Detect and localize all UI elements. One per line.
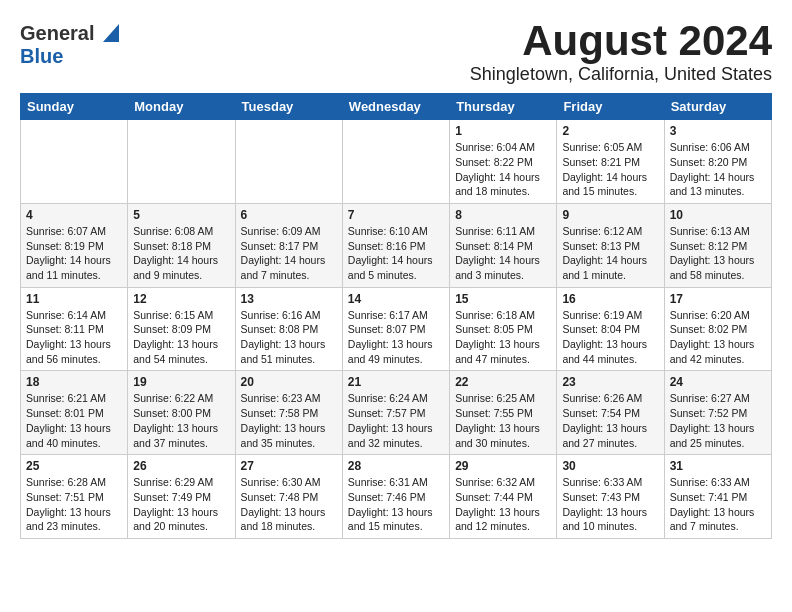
cell-day-number: 21 — [348, 375, 444, 389]
cell-day-number: 4 — [26, 208, 122, 222]
cell-sun-info: Sunrise: 6:09 AM Sunset: 8:17 PM Dayligh… — [241, 224, 337, 283]
header: General Blue August 2024 Shingletown, Ca… — [20, 18, 772, 85]
calendar-cell: 29Sunrise: 6:32 AM Sunset: 7:44 PM Dayli… — [450, 455, 557, 539]
calendar-cell: 24Sunrise: 6:27 AM Sunset: 7:52 PM Dayli… — [664, 371, 771, 455]
cell-day-number: 24 — [670, 375, 766, 389]
cell-day-number: 16 — [562, 292, 658, 306]
calendar-cell: 6Sunrise: 6:09 AM Sunset: 8:17 PM Daylig… — [235, 203, 342, 287]
calendar-cell: 13Sunrise: 6:16 AM Sunset: 8:08 PM Dayli… — [235, 287, 342, 371]
calendar-week-4: 18Sunrise: 6:21 AM Sunset: 8:01 PM Dayli… — [21, 371, 772, 455]
calendar-cell: 28Sunrise: 6:31 AM Sunset: 7:46 PM Dayli… — [342, 455, 449, 539]
logo-general: General — [20, 22, 94, 45]
cell-sun-info: Sunrise: 6:23 AM Sunset: 7:58 PM Dayligh… — [241, 391, 337, 450]
cell-day-number: 18 — [26, 375, 122, 389]
cell-sun-info: Sunrise: 6:18 AM Sunset: 8:05 PM Dayligh… — [455, 308, 551, 367]
calendar-week-1: 1Sunrise: 6:04 AM Sunset: 8:22 PM Daylig… — [21, 120, 772, 204]
cell-sun-info: Sunrise: 6:28 AM Sunset: 7:51 PM Dayligh… — [26, 475, 122, 534]
calendar-cell: 11Sunrise: 6:14 AM Sunset: 8:11 PM Dayli… — [21, 287, 128, 371]
cell-day-number: 6 — [241, 208, 337, 222]
calendar-week-3: 11Sunrise: 6:14 AM Sunset: 8:11 PM Dayli… — [21, 287, 772, 371]
cell-day-number: 12 — [133, 292, 229, 306]
cell-sun-info: Sunrise: 6:14 AM Sunset: 8:11 PM Dayligh… — [26, 308, 122, 367]
cell-sun-info: Sunrise: 6:33 AM Sunset: 7:41 PM Dayligh… — [670, 475, 766, 534]
cell-sun-info: Sunrise: 6:29 AM Sunset: 7:49 PM Dayligh… — [133, 475, 229, 534]
cell-day-number: 7 — [348, 208, 444, 222]
calendar-cell: 15Sunrise: 6:18 AM Sunset: 8:05 PM Dayli… — [450, 287, 557, 371]
cell-day-number: 9 — [562, 208, 658, 222]
weekday-header-sunday: Sunday — [21, 94, 128, 120]
weekday-header-thursday: Thursday — [450, 94, 557, 120]
cell-sun-info: Sunrise: 6:07 AM Sunset: 8:19 PM Dayligh… — [26, 224, 122, 283]
cell-day-number: 2 — [562, 124, 658, 138]
logo-icon — [97, 22, 119, 44]
calendar-cell: 9Sunrise: 6:12 AM Sunset: 8:13 PM Daylig… — [557, 203, 664, 287]
calendar-cell: 23Sunrise: 6:26 AM Sunset: 7:54 PM Dayli… — [557, 371, 664, 455]
calendar-subtitle: Shingletown, California, United States — [470, 64, 772, 85]
cell-day-number: 26 — [133, 459, 229, 473]
cell-sun-info: Sunrise: 6:11 AM Sunset: 8:14 PM Dayligh… — [455, 224, 551, 283]
cell-day-number: 8 — [455, 208, 551, 222]
cell-sun-info: Sunrise: 6:24 AM Sunset: 7:57 PM Dayligh… — [348, 391, 444, 450]
cell-sun-info: Sunrise: 6:21 AM Sunset: 8:01 PM Dayligh… — [26, 391, 122, 450]
cell-day-number: 25 — [26, 459, 122, 473]
calendar-cell: 27Sunrise: 6:30 AM Sunset: 7:48 PM Dayli… — [235, 455, 342, 539]
cell-sun-info: Sunrise: 6:25 AM Sunset: 7:55 PM Dayligh… — [455, 391, 551, 450]
calendar-cell: 14Sunrise: 6:17 AM Sunset: 8:07 PM Dayli… — [342, 287, 449, 371]
cell-sun-info: Sunrise: 6:06 AM Sunset: 8:20 PM Dayligh… — [670, 140, 766, 199]
calendar-cell: 5Sunrise: 6:08 AM Sunset: 8:18 PM Daylig… — [128, 203, 235, 287]
cell-sun-info: Sunrise: 6:19 AM Sunset: 8:04 PM Dayligh… — [562, 308, 658, 367]
calendar-cell: 22Sunrise: 6:25 AM Sunset: 7:55 PM Dayli… — [450, 371, 557, 455]
calendar-cell — [128, 120, 235, 204]
weekday-header-saturday: Saturday — [664, 94, 771, 120]
logo-blue: Blue — [20, 45, 63, 68]
cell-day-number: 14 — [348, 292, 444, 306]
cell-sun-info: Sunrise: 6:08 AM Sunset: 8:18 PM Dayligh… — [133, 224, 229, 283]
cell-sun-info: Sunrise: 6:26 AM Sunset: 7:54 PM Dayligh… — [562, 391, 658, 450]
cell-day-number: 22 — [455, 375, 551, 389]
calendar-cell: 30Sunrise: 6:33 AM Sunset: 7:43 PM Dayli… — [557, 455, 664, 539]
cell-sun-info: Sunrise: 6:27 AM Sunset: 7:52 PM Dayligh… — [670, 391, 766, 450]
cell-day-number: 17 — [670, 292, 766, 306]
cell-sun-info: Sunrise: 6:15 AM Sunset: 8:09 PM Dayligh… — [133, 308, 229, 367]
logo: General Blue — [20, 22, 119, 68]
cell-day-number: 20 — [241, 375, 337, 389]
cell-day-number: 1 — [455, 124, 551, 138]
cell-day-number: 23 — [562, 375, 658, 389]
weekday-header-tuesday: Tuesday — [235, 94, 342, 120]
cell-sun-info: Sunrise: 6:04 AM Sunset: 8:22 PM Dayligh… — [455, 140, 551, 199]
calendar-cell: 1Sunrise: 6:04 AM Sunset: 8:22 PM Daylig… — [450, 120, 557, 204]
weekday-header-friday: Friday — [557, 94, 664, 120]
cell-sun-info: Sunrise: 6:30 AM Sunset: 7:48 PM Dayligh… — [241, 475, 337, 534]
title-block: August 2024 Shingletown, California, Uni… — [470, 18, 772, 85]
calendar-cell: 12Sunrise: 6:15 AM Sunset: 8:09 PM Dayli… — [128, 287, 235, 371]
cell-sun-info: Sunrise: 6:13 AM Sunset: 8:12 PM Dayligh… — [670, 224, 766, 283]
page: General Blue August 2024 Shingletown, Ca… — [0, 0, 792, 557]
cell-day-number: 13 — [241, 292, 337, 306]
cell-sun-info: Sunrise: 6:05 AM Sunset: 8:21 PM Dayligh… — [562, 140, 658, 199]
calendar-cell — [342, 120, 449, 204]
cell-day-number: 10 — [670, 208, 766, 222]
calendar-cell: 21Sunrise: 6:24 AM Sunset: 7:57 PM Dayli… — [342, 371, 449, 455]
cell-day-number: 31 — [670, 459, 766, 473]
calendar-week-2: 4Sunrise: 6:07 AM Sunset: 8:19 PM Daylig… — [21, 203, 772, 287]
weekday-header-monday: Monday — [128, 94, 235, 120]
cell-sun-info: Sunrise: 6:10 AM Sunset: 8:16 PM Dayligh… — [348, 224, 444, 283]
cell-day-number: 15 — [455, 292, 551, 306]
calendar-cell: 20Sunrise: 6:23 AM Sunset: 7:58 PM Dayli… — [235, 371, 342, 455]
cell-sun-info: Sunrise: 6:12 AM Sunset: 8:13 PM Dayligh… — [562, 224, 658, 283]
calendar-cell: 7Sunrise: 6:10 AM Sunset: 8:16 PM Daylig… — [342, 203, 449, 287]
cell-sun-info: Sunrise: 6:17 AM Sunset: 8:07 PM Dayligh… — [348, 308, 444, 367]
calendar-cell: 4Sunrise: 6:07 AM Sunset: 8:19 PM Daylig… — [21, 203, 128, 287]
calendar-cell: 8Sunrise: 6:11 AM Sunset: 8:14 PM Daylig… — [450, 203, 557, 287]
cell-day-number: 29 — [455, 459, 551, 473]
cell-day-number: 27 — [241, 459, 337, 473]
cell-day-number: 19 — [133, 375, 229, 389]
cell-day-number: 11 — [26, 292, 122, 306]
calendar-cell: 16Sunrise: 6:19 AM Sunset: 8:04 PM Dayli… — [557, 287, 664, 371]
calendar-cell: 18Sunrise: 6:21 AM Sunset: 8:01 PM Dayli… — [21, 371, 128, 455]
weekday-header-wednesday: Wednesday — [342, 94, 449, 120]
cell-sun-info: Sunrise: 6:22 AM Sunset: 8:00 PM Dayligh… — [133, 391, 229, 450]
cell-sun-info: Sunrise: 6:31 AM Sunset: 7:46 PM Dayligh… — [348, 475, 444, 534]
calendar-cell — [21, 120, 128, 204]
calendar-week-5: 25Sunrise: 6:28 AM Sunset: 7:51 PM Dayli… — [21, 455, 772, 539]
